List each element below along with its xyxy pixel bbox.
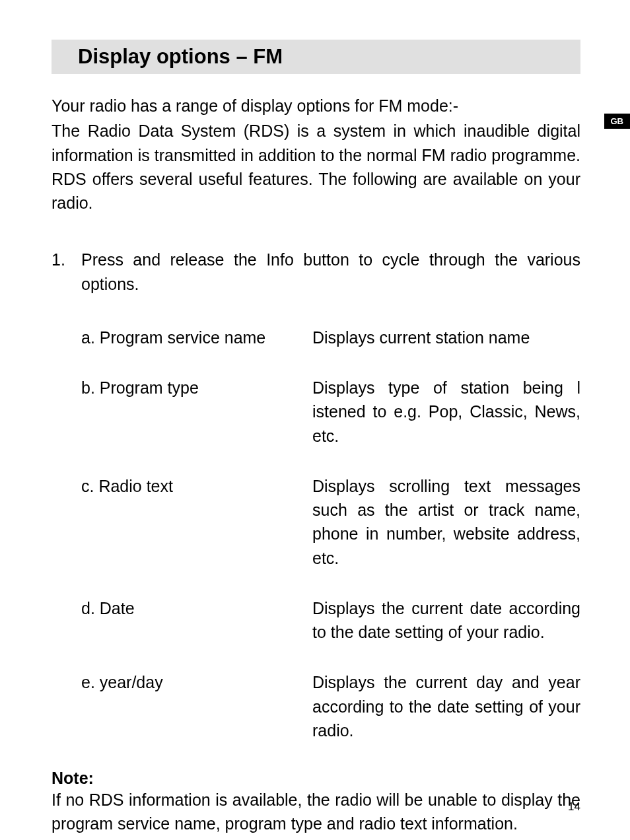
option-label: e. year/day <box>81 670 312 742</box>
option-description: Displays scrolling text messages such as… <box>312 474 580 570</box>
heading-bar: Display options – FM <box>52 40 580 74</box>
option-description: Displays the current date according to t… <box>312 596 580 645</box>
note-label: Note: <box>52 769 580 788</box>
option-label: a. Program service name <box>81 326 312 349</box>
option-description: Displays type of station being l istened… <box>312 376 580 448</box>
page-number: 14 <box>568 800 580 814</box>
option-label: c. Radio text <box>81 474 312 570</box>
option-description: Displays current station name <box>312 326 580 349</box>
option-row: d. Date Displays the current date accord… <box>81 596 580 645</box>
option-row: e. year/day Displays the current day and… <box>81 670 580 742</box>
step-text: Press and release the Info button to cyc… <box>81 248 580 296</box>
option-row: c. Radio text Displays scrolling text me… <box>81 474 580 570</box>
language-tab: GB <box>604 114 631 129</box>
step-row: 1. Press and release the Info button to … <box>52 248 580 296</box>
page-heading: Display options – FM <box>78 45 580 69</box>
intro-paragraph: The Radio Data System (RDS) is a system … <box>52 119 580 215</box>
option-row: b. Program type Displays type of station… <box>81 376 580 448</box>
option-label: b. Program type <box>81 376 312 448</box>
intro-line: Your radio has a range of display option… <box>52 94 580 118</box>
step-number: 1. <box>52 248 81 296</box>
option-description: Displays the current day and year accord… <box>312 670 580 742</box>
note-text: If no RDS information is available, the … <box>52 788 580 836</box>
option-row: a. Program service name Displays current… <box>81 326 580 349</box>
option-label: d. Date <box>81 596 312 645</box>
